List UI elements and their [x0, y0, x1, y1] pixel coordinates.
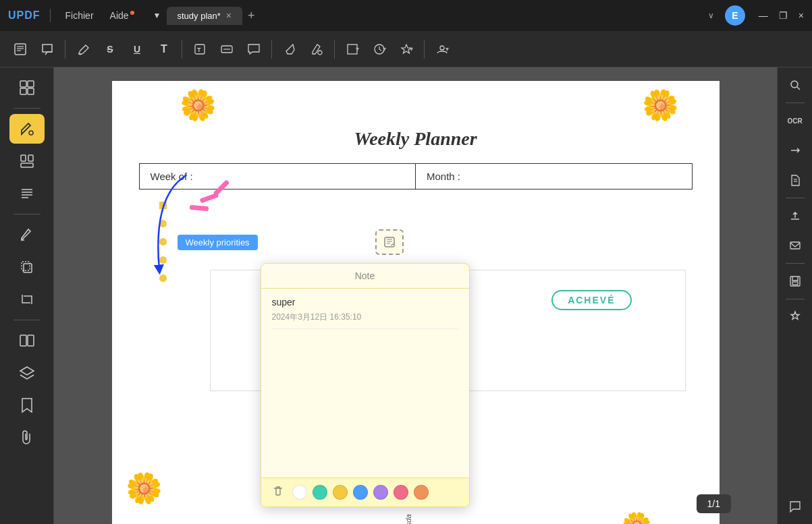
- text-toolbar-icon[interactable]: T: [152, 37, 176, 61]
- svg-rect-14: [28, 81, 34, 87]
- separator-4: [334, 40, 335, 59]
- sidebar-layers-icon[interactable]: [9, 358, 45, 388]
- right-divider-3: [786, 263, 805, 264]
- callout-toolbar-icon[interactable]: [242, 37, 266, 61]
- color-swatch-white[interactable]: [292, 485, 307, 500]
- sidebar-crop-icon[interactable]: [9, 285, 45, 314]
- sidebar-divider-2: [13, 214, 40, 214]
- stamp-toolbar-icon[interactable]: ▾: [367, 37, 391, 61]
- svg-rect-37: [792, 282, 798, 285]
- tab-area: ▼ study plan* × + ∨: [151, 7, 714, 25]
- tab-expand-button[interactable]: ∨: [708, 11, 714, 20]
- stamp-dropdown-arrow[interactable]: ▾: [383, 45, 386, 53]
- page-counter: 1/1: [697, 494, 731, 513]
- sidebar-edit-icon[interactable]: [9, 220, 45, 250]
- right-fileinfo-icon[interactable]: [783, 168, 807, 192]
- separator-1: [65, 40, 65, 59]
- color-swatch-purple[interactable]: [373, 485, 388, 500]
- sidebar-divider-1: [13, 108, 40, 109]
- right-ai-icon[interactable]: [783, 305, 807, 329]
- close-window-button[interactable]: ×: [799, 10, 804, 21]
- tab-study-plan[interactable]: study plan* ×: [167, 7, 243, 25]
- star-dropdown-arrow[interactable]: ▾: [410, 45, 413, 53]
- svg-rect-28: [20, 335, 26, 346]
- user-dropdown-arrow[interactable]: ▾: [445, 45, 449, 53]
- svg-rect-19: [28, 155, 33, 161]
- textbox-toolbar-icon[interactable]: [215, 37, 239, 61]
- sidebar-toc-icon[interactable]: [9, 179, 45, 208]
- note-popup: Note super 2024年3月12日 16:35:10: [261, 263, 470, 507]
- toolbar: S U T T ▾ ▾ ▾ ▾: [0, 31, 812, 67]
- tab-close-button[interactable]: ×: [226, 11, 232, 20]
- right-email-icon[interactable]: [783, 233, 807, 258]
- sidebar-paint-icon[interactable]: [9, 114, 45, 144]
- note-body[interactable]: [272, 334, 458, 469]
- sidebar-bookmark-icon[interactable]: [9, 390, 45, 420]
- tab-add-button[interactable]: +: [248, 9, 255, 23]
- svg-line-32: [797, 87, 800, 90]
- underline-toolbar-icon[interactable]: U: [125, 37, 149, 61]
- sidebar-divider-3: [13, 320, 40, 320]
- left-sidebar: [0, 67, 54, 524]
- strikethrough-toolbar-icon[interactable]: S: [98, 37, 122, 61]
- note-date: 2024年3月12日 16:35:10: [272, 312, 458, 329]
- tab-label: study plan*: [178, 11, 221, 21]
- svg-rect-26: [24, 264, 32, 272]
- right-search-icon[interactable]: [783, 73, 807, 97]
- sidebar-thumbnail-icon[interactable]: [9, 73, 45, 103]
- title-bar: UPDF Fichier Aide ▼ study plan* × + ∨ E …: [0, 0, 812, 31]
- svg-rect-35: [790, 242, 800, 249]
- svg-point-17: [29, 131, 33, 135]
- sidebar-organize-icon[interactable]: [9, 146, 45, 176]
- fill-toolbar-icon[interactable]: [304, 37, 329, 61]
- svg-point-12: [440, 46, 444, 50]
- color-swatch-pink[interactable]: [394, 485, 408, 500]
- sidebar-attach-icon[interactable]: [9, 423, 45, 453]
- color-swatch-orange[interactable]: [414, 485, 429, 500]
- sidebar-compare-icon[interactable]: [9, 326, 45, 355]
- divider: [50, 9, 51, 22]
- svg-rect-16: [28, 88, 34, 94]
- tab-dropdown[interactable]: ▼: [151, 9, 164, 22]
- svg-rect-15: [20, 88, 26, 94]
- svg-rect-29: [28, 335, 34, 346]
- reader-toolbar-icon[interactable]: [8, 37, 32, 61]
- shape-dropdown-arrow[interactable]: ▾: [356, 45, 359, 53]
- type-toolbar-icon[interactable]: T: [188, 37, 212, 61]
- right-ocr-icon[interactable]: OCR: [783, 109, 807, 133]
- eraser-toolbar-icon[interactable]: [277, 37, 302, 61]
- right-divider-4: [786, 299, 805, 299]
- flower-bottom-left: 🌼: [126, 471, 163, 506]
- right-upload-icon[interactable]: [783, 204, 807, 228]
- note-delete-button[interactable]: [272, 485, 284, 500]
- separator-5: [424, 40, 425, 59]
- right-divider-1: [786, 103, 805, 103]
- note-footer: [261, 477, 469, 506]
- sticky-note-icon[interactable]: [375, 229, 404, 255]
- svg-rect-27: [22, 262, 30, 270]
- svg-text:T: T: [197, 47, 201, 53]
- comment-toolbar-icon[interactable]: [35, 37, 59, 61]
- svg-rect-0: [15, 44, 26, 55]
- pdf-page: 🌼 🌼 🌼 🌼 Weekly Planne: [112, 81, 720, 524]
- star-toolbar-icon[interactable]: ▾: [394, 37, 418, 61]
- menu-fichier[interactable]: Fichier: [60, 7, 99, 24]
- color-swatch-blue[interactable]: [353, 485, 368, 500]
- highlight-toolbar-icon[interactable]: [71, 37, 95, 61]
- shape-toolbar-icon[interactable]: ▾: [340, 37, 364, 61]
- right-convert-icon[interactable]: [783, 138, 807, 163]
- minimize-button[interactable]: —: [759, 10, 768, 21]
- sidebar-copy-icon[interactable]: [9, 252, 45, 282]
- user-toolbar-icon[interactable]: ▾: [430, 37, 454, 61]
- color-swatch-yellow[interactable]: [333, 485, 348, 500]
- color-swatch-teal[interactable]: [313, 485, 327, 500]
- svg-point-31: [791, 81, 798, 88]
- maximize-button[interactable]: ❐: [779, 10, 788, 21]
- right-save-icon[interactable]: [783, 269, 807, 293]
- window-controls: — ❐ ×: [759, 10, 804, 21]
- menu-aide[interactable]: Aide: [105, 7, 140, 24]
- user-avatar[interactable]: E: [725, 5, 745, 26]
- right-chat-icon[interactable]: [783, 494, 807, 519]
- doc-area[interactable]: 🌼 🌼 🌼 🌼 Weekly Planne: [54, 67, 777, 524]
- separator-2: [182, 40, 182, 59]
